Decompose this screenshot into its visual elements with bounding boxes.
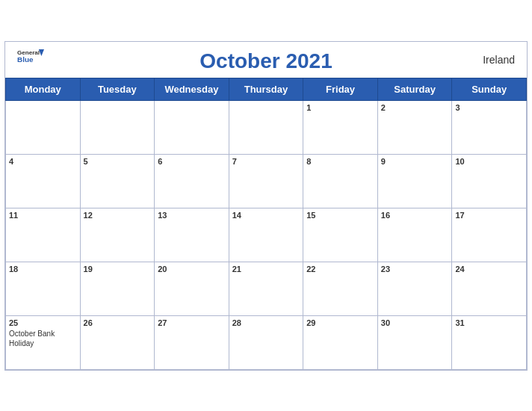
- day-number: 31: [455, 318, 523, 327]
- calendar-cell: 14: [229, 208, 303, 262]
- calendar-cell: 15: [303, 208, 378, 262]
- header-wednesday: Wednesday: [155, 78, 229, 100]
- calendar-cell: 1: [303, 100, 378, 154]
- calendar-cell: 5: [80, 154, 155, 208]
- calendar-cell: 3: [452, 100, 527, 154]
- day-number: 8: [306, 157, 374, 166]
- day-number: 23: [381, 265, 449, 274]
- calendar-cell: 29: [303, 315, 378, 369]
- calendar-cell: [229, 100, 303, 154]
- week-row-1: 123: [6, 100, 527, 154]
- header-friday: Friday: [303, 78, 378, 100]
- calendar-cell: 26: [80, 315, 155, 369]
- day-number: 9: [381, 157, 449, 166]
- day-number: 13: [158, 211, 226, 220]
- day-number: 28: [232, 318, 300, 327]
- logo-area: General Blue: [17, 48, 44, 63]
- calendar-cell: 16: [377, 208, 452, 262]
- calendar-cell: 27: [155, 315, 229, 369]
- calendar-cell: 11: [6, 208, 81, 262]
- calendar-cell: 4: [6, 154, 81, 208]
- day-number: 30: [381, 318, 449, 327]
- calendar-cell: 8: [303, 154, 378, 208]
- day-number: 24: [455, 265, 523, 274]
- logo-icon: General Blue: [17, 48, 44, 63]
- calendar-cell: 19: [80, 262, 155, 315]
- calendar-cell: 13: [155, 208, 229, 262]
- day-number: 25: [9, 318, 77, 327]
- calendar-cell: 30: [377, 315, 452, 369]
- header-saturday: Saturday: [377, 78, 452, 100]
- calendar-header: General Blue October 2021 Ireland: [5, 42, 527, 78]
- day-number: 29: [306, 318, 374, 327]
- day-number: 17: [455, 211, 523, 220]
- calendar-cell: 21: [229, 262, 303, 315]
- day-number: 5: [84, 157, 152, 166]
- calendar-cell: 31: [452, 315, 527, 369]
- calendar-cell: 17: [452, 208, 527, 262]
- day-number: 2: [381, 103, 449, 112]
- calendar-cell: 25October Bank Holiday: [6, 315, 81, 369]
- header-thursday: Thursday: [229, 78, 303, 100]
- weekday-header-row: Monday Tuesday Wednesday Thursday Friday…: [6, 78, 527, 100]
- day-number: 4: [9, 157, 77, 166]
- calendar-cell: [6, 100, 81, 154]
- calendar-cell: 12: [80, 208, 155, 262]
- calendar-grid: Monday Tuesday Wednesday Thursday Friday…: [5, 78, 527, 370]
- calendar-cell: 9: [377, 154, 452, 208]
- day-number: 27: [158, 318, 226, 327]
- day-number: 1: [306, 103, 374, 112]
- week-row-2: 45678910: [6, 154, 527, 208]
- day-number: 3: [455, 103, 523, 112]
- day-number: 15: [306, 211, 374, 220]
- calendar-cell: 28: [229, 315, 303, 369]
- day-number: 6: [158, 157, 226, 166]
- day-number: 7: [232, 157, 300, 166]
- calendar-cell: [155, 100, 229, 154]
- calendar-cell: 20: [155, 262, 229, 315]
- calendar-cell: 23: [377, 262, 452, 315]
- day-number: 11: [9, 211, 77, 220]
- event-text: October Bank Holiday: [9, 329, 77, 348]
- day-number: 12: [84, 211, 152, 220]
- day-number: 26: [84, 318, 152, 327]
- day-number: 10: [455, 157, 523, 166]
- calendar-cell: 24: [452, 262, 527, 315]
- day-number: 20: [158, 265, 226, 274]
- calendar-container: General Blue October 2021 Ireland Monday…: [4, 41, 528, 371]
- day-number: 16: [381, 211, 449, 220]
- calendar-cell: 22: [303, 262, 378, 315]
- day-number: 19: [84, 265, 152, 274]
- week-row-3: 11121314151617: [6, 208, 527, 262]
- day-number: 22: [306, 265, 374, 274]
- day-number: 21: [232, 265, 300, 274]
- day-number: 14: [232, 211, 300, 220]
- calendar-cell: 6: [155, 154, 229, 208]
- day-number: 18: [9, 265, 77, 274]
- week-row-5: 25October Bank Holiday262728293031: [6, 315, 527, 369]
- calendar-body: 1234567891011121314151617181920212223242…: [6, 100, 527, 369]
- month-title: October 2021: [200, 49, 332, 73]
- week-row-4: 18192021222324: [6, 262, 527, 315]
- header-sunday: Sunday: [452, 78, 527, 100]
- calendar-cell: 18: [6, 262, 81, 315]
- calendar-cell: 10: [452, 154, 527, 208]
- header-monday: Monday: [6, 78, 81, 100]
- calendar-cell: 7: [229, 154, 303, 208]
- calendar-cell: 2: [377, 100, 452, 154]
- country-label: Ireland: [483, 54, 515, 66]
- calendar-cell: [80, 100, 155, 154]
- svg-text:Blue: Blue: [17, 55, 34, 63]
- header-tuesday: Tuesday: [80, 78, 155, 100]
